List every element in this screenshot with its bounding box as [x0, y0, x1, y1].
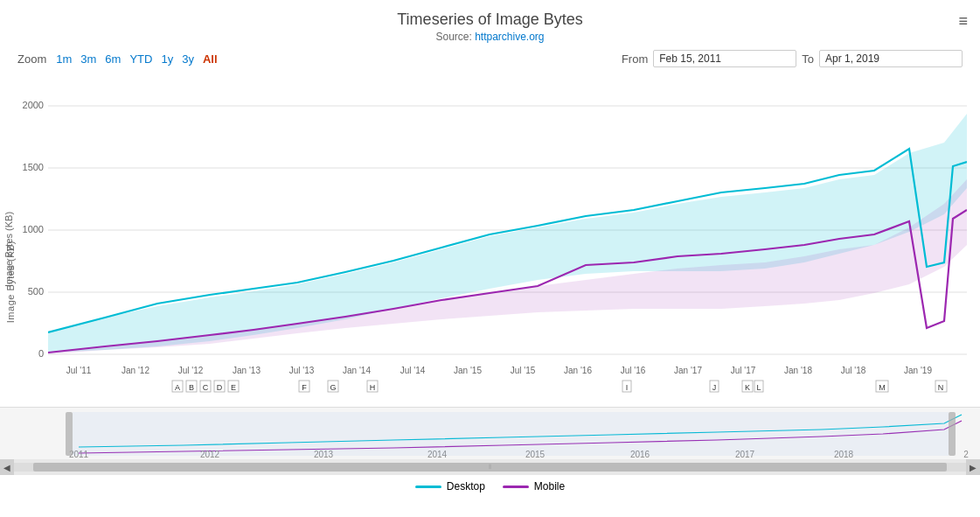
svg-text:Jul '17: Jul '17	[731, 366, 756, 375]
svg-text:Jan '12: Jan '12	[122, 366, 149, 375]
main-chart: Image Bytes (KB) 0 500 1000 1500 2000 Im…	[0, 74, 980, 407]
svg-text:Jul '16: Jul '16	[621, 366, 646, 375]
to-date-input[interactable]	[819, 50, 963, 67]
zoom-3m[interactable]: 3m	[78, 52, 99, 66]
svg-text:H: H	[370, 383, 376, 392]
svg-text:G: G	[330, 383, 336, 392]
svg-text:Jul '11: Jul '11	[66, 366, 92, 375]
svg-text:N: N	[938, 383, 944, 392]
navigator[interactable]: 2011 2012 2013 2014 2015 2016 2017 2018 …	[0, 407, 980, 459]
legend: Desktop Mobile	[0, 475, 980, 496]
svg-text:Jan '14: Jan '14	[343, 366, 371, 375]
zoom-1m[interactable]: 1m	[53, 52, 74, 66]
chart-svg: 0 500 1000 1500 2000 Image Bytes (KB) Ju…	[0, 74, 980, 407]
desktop-legend-line	[415, 486, 441, 488]
svg-text:2: 2	[963, 450, 969, 459]
svg-text:A: A	[175, 383, 180, 392]
svg-text:500: 500	[28, 286, 44, 297]
mobile-legend-label: Mobile	[534, 480, 565, 493]
svg-text:M: M	[879, 383, 886, 392]
date-controls: From To	[622, 50, 963, 67]
svg-text:F: F	[302, 383, 307, 392]
zoom-6m[interactable]: 6m	[102, 52, 123, 66]
svg-text:Jan '18: Jan '18	[784, 366, 812, 375]
svg-rect-65	[66, 412, 73, 456]
svg-text:Jan '13: Jan '13	[233, 366, 261, 375]
svg-text:1000: 1000	[23, 224, 44, 234]
scrollbar[interactable]: ◀ ⦀ ▶	[0, 459, 980, 475]
svg-text:Jan '15: Jan '15	[454, 366, 482, 375]
svg-text:Jan '19: Jan '19	[904, 366, 932, 375]
page-title: Timeseries of Image Bytes	[0, 10, 980, 29]
svg-text:J: J	[712, 383, 717, 392]
svg-text:Jul '18: Jul '18	[841, 366, 866, 375]
svg-text:Jul '15: Jul '15	[511, 366, 536, 375]
controls-row: Zoom 1m 3m 6m YTD 1y 3y All From To	[0, 43, 980, 71]
legend-desktop: Desktop	[415, 480, 485, 493]
svg-text:C: C	[203, 383, 209, 392]
svg-text:Jan '16: Jan '16	[564, 366, 592, 375]
menu-icon[interactable]: ≡	[958, 12, 968, 31]
svg-text:Jul '12: Jul '12	[178, 366, 204, 375]
zoom-ytd[interactable]: YTD	[127, 52, 155, 66]
svg-text:1500: 1500	[23, 162, 44, 172]
svg-text:E: E	[231, 383, 236, 392]
svg-text:0: 0	[38, 348, 44, 359]
zoom-all[interactable]: All	[200, 52, 220, 66]
zoom-1y[interactable]: 1y	[158, 52, 176, 66]
svg-rect-67	[73, 412, 949, 456]
svg-text:I: I	[626, 383, 629, 392]
svg-text:Jan '17: Jan '17	[674, 366, 702, 375]
svg-text:Jul '13: Jul '13	[289, 366, 315, 375]
legend-mobile: Mobile	[503, 480, 565, 493]
scroll-right-btn[interactable]: ▶	[966, 459, 980, 475]
svg-text:D: D	[217, 383, 223, 392]
desktop-legend-label: Desktop	[447, 480, 485, 493]
y-axis-label: Image Bytes (KB)	[5, 241, 16, 323]
svg-text:B: B	[189, 383, 194, 392]
source-link[interactable]: httparchive.org	[475, 31, 544, 43]
zoom-3y[interactable]: 3y	[179, 52, 197, 66]
page-header: Timeseries of Image Bytes Source: httpar…	[0, 0, 980, 43]
scroll-left-btn[interactable]: ◀	[0, 459, 14, 475]
page-subtitle: Source: httparchive.org	[0, 31, 980, 43]
svg-text:L: L	[756, 383, 761, 392]
navigator-svg: 2011 2012 2013 2014 2015 2016 2017 2018 …	[0, 408, 980, 459]
svg-text:2000: 2000	[23, 100, 44, 110]
svg-rect-66	[949, 412, 956, 456]
zoom-controls: Zoom 1m 3m 6m YTD 1y 3y All	[17, 52, 220, 66]
to-label: To	[802, 52, 814, 66]
mobile-legend-line	[503, 486, 529, 488]
from-label: From	[622, 52, 648, 66]
svg-text:Jul '14: Jul '14	[400, 366, 426, 375]
from-date-input[interactable]	[653, 50, 796, 67]
zoom-label: Zoom	[17, 52, 46, 66]
svg-text:K: K	[745, 383, 750, 392]
scrollbar-center-indicator: ⦀	[489, 463, 491, 472]
